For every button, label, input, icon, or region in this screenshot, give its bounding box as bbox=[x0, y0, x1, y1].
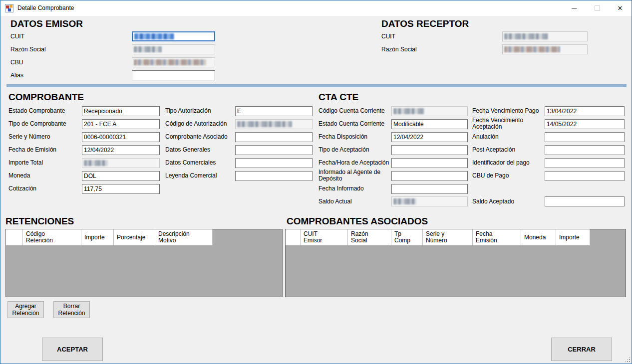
emisor-alias-input[interactable] bbox=[132, 70, 215, 80]
estado-cuenta-corriente-input[interactable]: Modificable bbox=[391, 119, 468, 129]
asociados-col-importe[interactable]: Importe bbox=[556, 229, 590, 246]
fecha-hora-aceptacion-input[interactable] bbox=[391, 158, 468, 168]
informado-agente-input[interactable] bbox=[391, 171, 468, 181]
moneda-input[interactable]: DOL bbox=[82, 171, 160, 181]
emisor-cuit-label: CUIT bbox=[10, 33, 24, 40]
asociados-col-razon-social[interactable]: Razón Social bbox=[348, 229, 391, 246]
codigo-cuenta-corriente-input bbox=[391, 106, 468, 116]
app-icon bbox=[5, 4, 13, 12]
identificador-pago-input[interactable] bbox=[545, 158, 625, 168]
aceptar-button[interactable]: ACEPTAR bbox=[42, 338, 103, 361]
cotizacion-input[interactable]: 117,75 bbox=[82, 184, 160, 194]
redacted-value bbox=[134, 59, 206, 65]
receptor-cuit-input bbox=[502, 31, 588, 41]
retenciones-table[interactable]: Código Retención Importe Porcentaje Desc… bbox=[5, 229, 283, 297]
estado-comprobante-input[interactable]: Recepcionado bbox=[82, 106, 160, 116]
cbu-pago-input[interactable] bbox=[545, 171, 625, 181]
saldo-actual-label: Saldo Actual bbox=[318, 198, 352, 205]
fecha-vencimiento-aceptacion-input[interactable]: 14/05/2022 bbox=[545, 119, 625, 129]
retenciones-header-row: Código Retención Importe Porcentaje Desc… bbox=[6, 229, 282, 246]
codigo-autorizacion-input bbox=[235, 119, 313, 129]
agregar-retencion-button[interactable]: Agregar Retención bbox=[7, 301, 44, 318]
saldo-aceptado-input[interactable] bbox=[545, 196, 625, 206]
retenciones-col-descripcion[interactable]: Descripción Motivo bbox=[155, 229, 213, 246]
asociados-col-serie-numero[interactable]: Serie y Número bbox=[423, 229, 473, 246]
tipo-autorizacion-input[interactable]: E bbox=[235, 106, 313, 116]
close-icon: ✕ bbox=[618, 5, 623, 11]
datos-generales-input[interactable] bbox=[235, 145, 313, 155]
datos-generales-label: Datos Generales bbox=[165, 147, 210, 153]
cotizacion-label: Cotización bbox=[8, 185, 36, 192]
redacted-value bbox=[84, 160, 108, 166]
fecha-vencimiento-aceptacion-label: Fecha Vencimiento Aceptación bbox=[472, 117, 532, 130]
receptor-razon-social-input bbox=[502, 44, 588, 54]
retenciones-col-codigo[interactable]: Código Retención bbox=[23, 229, 81, 246]
serie-numero-label: Serie y Número bbox=[8, 134, 50, 140]
retenciones-col-porcentaje[interactable]: Porcentaje bbox=[114, 229, 155, 246]
redacted-value bbox=[393, 198, 416, 204]
anulacion-input[interactable] bbox=[545, 132, 625, 142]
leyenda-comercial-label: Leyenda Comercial bbox=[165, 173, 217, 179]
receptor-razon-social-label: Razón Social bbox=[381, 46, 417, 53]
tipo-comprobante-input[interactable]: 201 - FCE A bbox=[82, 119, 160, 129]
comprobante-title: COMPROBANTE bbox=[8, 92, 84, 103]
titlebar[interactable]: Detalle Comprobante ✕ bbox=[0, 0, 632, 16]
emisor-cuit-input[interactable] bbox=[132, 31, 215, 41]
retenciones-header-filler bbox=[213, 229, 282, 246]
fecha-hora-aceptacion-label: Fecha/Hora de Aceptación bbox=[318, 160, 389, 166]
emisor-razon-social-label: Razón Social bbox=[10, 46, 46, 53]
datos-receptor-title: DATOS RECEPTOR bbox=[381, 18, 469, 29]
datos-comerciales-label: Datos Comerciales bbox=[165, 160, 216, 166]
tipo-aceptacion-input[interactable] bbox=[391, 145, 468, 155]
resize-grip[interactable] bbox=[625, 357, 631, 363]
fecha-informado-input[interactable] bbox=[391, 184, 468, 194]
asociados-header-row: CUIT Emisor Razón Social Tp Comp Serie y… bbox=[286, 229, 626, 246]
post-aceptacion-input[interactable] bbox=[545, 145, 625, 155]
informado-agente-label: Informado al Agente de Depósito bbox=[318, 169, 381, 182]
codigo-cuenta-corriente-label: Código Cuenta Corriente bbox=[318, 108, 385, 114]
estado-comprobante-label: Estado Comprobante bbox=[8, 108, 65, 114]
client-area: DATOS EMISOR CUIT Razón Social CBU Alias… bbox=[0, 16, 632, 364]
close-button[interactable]: ✕ bbox=[609, 0, 632, 16]
datos-comerciales-input[interactable] bbox=[235, 158, 313, 168]
tipo-comprobante-label: Tipo de Comprobante bbox=[8, 121, 66, 127]
redacted-value bbox=[134, 33, 174, 39]
cbu-pago-label: CBU de Pago bbox=[472, 173, 509, 179]
post-aceptacion-label: Post Aceptación bbox=[472, 147, 515, 153]
comprobante-asociado-input[interactable] bbox=[235, 132, 313, 142]
emisor-alias-label: Alias bbox=[10, 72, 23, 79]
redacted-value bbox=[504, 46, 560, 52]
serie-numero-input[interactable]: 0006-00000321 bbox=[82, 132, 160, 142]
asociados-row-selector-header bbox=[286, 229, 301, 246]
anulacion-label: Anulación bbox=[472, 134, 499, 140]
cta-cte-title: CTA CTE bbox=[318, 92, 358, 103]
retenciones-title: RETENCIONES bbox=[5, 216, 74, 227]
tipo-aceptacion-label: Tipo de Aceptación bbox=[318, 147, 369, 153]
importe-total-input bbox=[82, 158, 160, 168]
leyenda-comercial-input[interactable] bbox=[235, 171, 313, 181]
moneda-label: Moneda bbox=[8, 173, 30, 179]
redacted-value bbox=[393, 108, 424, 114]
saldo-aceptado-label: Saldo Aceptado bbox=[472, 198, 514, 205]
asociados-col-fecha-emision[interactable]: Fecha Emisión bbox=[473, 229, 521, 246]
comprobantes-asociados-table[interactable]: CUIT Emisor Razón Social Tp Comp Serie y… bbox=[285, 229, 626, 297]
cerrar-button[interactable]: CERRAR bbox=[551, 338, 612, 361]
fecha-disposicion-input[interactable]: 12/04/2022 bbox=[391, 132, 468, 142]
asociados-col-cuit-emisor[interactable]: CUIT Emisor bbox=[301, 229, 348, 246]
comprobantes-asociados-title: COMPROBANTES ASOCIADOS bbox=[287, 216, 428, 227]
asociados-col-tp-comp[interactable]: Tp Comp bbox=[391, 229, 423, 246]
retenciones-col-importe[interactable]: Importe bbox=[81, 229, 114, 246]
borrar-retencion-button[interactable]: Borrar Retención bbox=[53, 301, 90, 318]
fecha-vencimiento-pago-input[interactable]: 13/04/2022 bbox=[545, 106, 625, 116]
redacted-value bbox=[134, 46, 162, 52]
maximize-icon bbox=[595, 5, 600, 11]
saldo-actual-input bbox=[391, 196, 468, 206]
receptor-cuit-label: CUIT bbox=[381, 33, 395, 40]
fecha-disposicion-label: Fecha Disposición bbox=[318, 134, 367, 140]
fecha-emision-input[interactable]: 12/04/2022 bbox=[82, 145, 160, 155]
asociados-col-moneda[interactable]: Moneda bbox=[521, 229, 556, 246]
fecha-informado-label: Fecha Informado bbox=[318, 185, 364, 192]
comprobante-asociado-label: Comprobante Asociado bbox=[165, 134, 228, 140]
asociados-header-filler bbox=[590, 229, 626, 246]
minimize-button[interactable] bbox=[563, 0, 586, 16]
